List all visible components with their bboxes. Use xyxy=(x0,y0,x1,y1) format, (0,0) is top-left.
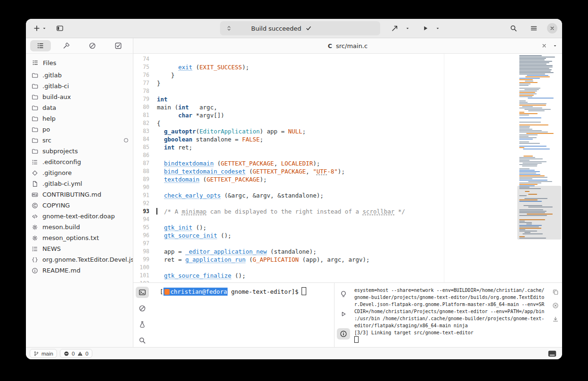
code-line[interactable]: 74 xyxy=(133,55,562,63)
prompt-suffix: gnome-text-editor]$ xyxy=(228,288,299,295)
file-tree-item[interactable]: src xyxy=(26,135,133,146)
file-tree-item[interactable]: .editorconfig xyxy=(26,157,133,167)
search-panel-button[interactable] xyxy=(136,335,149,346)
run-options-button[interactable] xyxy=(432,22,443,35)
editor-tab[interactable]: C src/main.c xyxy=(328,42,368,50)
code-line[interactable]: 93 /* A minimap can be displayed to the … xyxy=(133,207,562,215)
container-panel-button[interactable] xyxy=(136,319,149,330)
file-tree-item[interactable]: po xyxy=(26,124,133,135)
code-line[interactable]: 76 } xyxy=(133,71,562,79)
code-line[interactable]: 99 ret = g_application_run (G_APPLICATIO… xyxy=(133,256,562,264)
tab-list-button[interactable] xyxy=(553,43,557,48)
code-line[interactable]: 89 textdomain (GETTEXT_PACKAGE); xyxy=(133,175,562,183)
file-tree-item[interactable]: .gitlab-ci.yml xyxy=(26,178,133,189)
code-lines: 7475 exit (EXIT_SUCCESS);76 }77}7879int8… xyxy=(133,54,562,282)
run-button[interactable] xyxy=(419,22,432,35)
file-name: build-aux xyxy=(42,93,71,100)
file-tree-item[interactable]: subprojects xyxy=(26,146,133,157)
search-button[interactable] xyxy=(506,22,521,35)
code-line[interactable]: 98 app = _editor_application_new (standa… xyxy=(133,248,562,256)
file-tree-item[interactable]: COPYING xyxy=(26,200,133,211)
line-number: 77 xyxy=(133,79,157,87)
code-line[interactable]: 79int xyxy=(133,95,562,103)
chevron-down-icon xyxy=(435,26,440,31)
code-line[interactable]: 102 xyxy=(133,280,562,282)
line-number: 87 xyxy=(133,159,157,167)
terminal[interactable]: [christian@fedora gnome-text-editor]$ xyxy=(151,283,334,347)
run-output-panel-button[interactable] xyxy=(337,308,350,320)
hints-panel-button[interactable] xyxy=(337,289,350,300)
code-line[interactable]: 96 gtk_source_init (); xyxy=(133,232,562,240)
file-tree-item[interactable]: meson_options.txt xyxy=(26,232,133,243)
build-options-button[interactable] xyxy=(402,22,413,35)
close-tab-button[interactable] xyxy=(541,43,547,49)
file-tree-item[interactable]: CONTRIBUTING.md xyxy=(26,189,133,200)
file-tree-item[interactable]: .gitlab-ci xyxy=(26,81,133,91)
sidebar-tab-diagnostics[interactable] xyxy=(82,40,103,51)
code-line[interactable]: 82{ xyxy=(133,119,562,127)
toggle-sidebar-button[interactable] xyxy=(53,22,67,35)
omnibar-build-status[interactable]: Build succeeded xyxy=(220,21,380,35)
file-tree-item[interactable]: build-aux xyxy=(26,91,133,102)
sidebar-tab-todo[interactable] xyxy=(108,40,129,51)
code-editor[interactable]: 7475 exit (EXIT_SUCCESS);76 }77}7879int8… xyxy=(133,54,562,282)
file-tree-item[interactable]: .gitignore xyxy=(26,167,133,178)
file-tree-item[interactable]: help xyxy=(26,113,133,124)
code-line[interactable]: 92 xyxy=(133,199,562,207)
file-tree-item[interactable]: meson.build xyxy=(26,222,133,232)
code-line[interactable]: 87 bindtextdomain (GETTEXT_PACKAGE, LOCA… xyxy=(133,159,562,167)
line-number: 96 xyxy=(133,232,157,240)
code-line[interactable]: 86 xyxy=(133,151,562,159)
save-log-button[interactable] xyxy=(552,316,559,323)
code-line[interactable]: 88 bind_textdomain_codeset (GETTEXT_PACK… xyxy=(133,167,562,175)
error-badge-icon xyxy=(64,351,69,356)
code-line[interactable]: 83 g_autoptr(EditorApplication) app = NU… xyxy=(133,127,562,135)
sidebar-tab-files[interactable] xyxy=(30,40,51,51)
sidebar-tab-build[interactable] xyxy=(56,40,77,51)
file-tree-item[interactable]: .gitlab xyxy=(26,70,133,81)
minimap[interactable] xyxy=(518,55,561,282)
log-line: CDIR=/home/christian/Projects/gnome-text… xyxy=(354,308,547,315)
new-tab-button[interactable] xyxy=(30,22,50,35)
code-line[interactable]: 90 xyxy=(133,183,562,191)
code-line[interactable]: 101 gtk_source_finalize (); xyxy=(133,272,562,280)
code-line[interactable]: 84 gboolean standalone = FALSE; xyxy=(133,135,562,143)
minimap-viewport[interactable] xyxy=(517,186,561,240)
file-name: COPYING xyxy=(42,202,70,209)
code-line[interactable]: 94 xyxy=(133,215,562,224)
files-panel-header: Files xyxy=(26,57,133,69)
file-tree-item[interactable]: NEWS xyxy=(26,243,133,254)
keyboard-indicator-button[interactable] xyxy=(548,350,556,357)
circle-slash-panel-button[interactable] xyxy=(136,303,149,314)
code-line[interactable]: 77} xyxy=(133,79,562,87)
branch-name: main xyxy=(41,351,53,356)
file-tree-item[interactable]: org.gnome.TextEditor.Devel.json xyxy=(26,254,133,265)
code-line[interactable]: 95 gtk_init (); xyxy=(133,224,562,232)
code-line[interactable]: 78 xyxy=(133,87,562,95)
code-line[interactable]: 75 exit (EXIT_SUCCESS); xyxy=(133,63,562,71)
code-line[interactable]: 80main (int argc, xyxy=(133,103,562,111)
build-log[interactable]: esystem=host --share=network --env=BUILD… xyxy=(354,287,547,346)
main-menu-button[interactable] xyxy=(527,22,541,35)
build-button[interactable] xyxy=(388,22,402,35)
code-line[interactable]: 85 int ret; xyxy=(133,143,562,151)
code-line[interactable]: 100 xyxy=(133,264,562,272)
build-log-panel-button[interactable] xyxy=(337,328,350,340)
chevron-down-icon xyxy=(405,26,410,31)
terminal-panel-button[interactable] xyxy=(136,287,149,298)
editor-tab-bar: C src/main.c xyxy=(133,38,562,54)
clear-log-button[interactable] xyxy=(552,302,559,309)
check-icon xyxy=(305,25,312,32)
main-content: C src/main.c 7475 exit (EXIT_SUCCESS);76… xyxy=(133,38,562,347)
file-tree-item[interactable]: README.md xyxy=(26,265,133,276)
copy-log-button[interactable] xyxy=(552,289,559,295)
file-name: subprojects xyxy=(42,148,78,155)
file-tree-item[interactable]: data xyxy=(26,102,133,113)
diagnostics-button[interactable]: 0 0 xyxy=(60,349,92,358)
code-line[interactable]: 91 check_early_opts (&argc, &argv, &stan… xyxy=(133,191,562,199)
code-line[interactable]: 97 xyxy=(133,240,562,248)
file-tree-item[interactable]: gnome-text-editor.doap xyxy=(26,211,133,222)
close-window-button[interactable] xyxy=(547,23,557,33)
branch-button[interactable]: main xyxy=(30,349,57,358)
code-line[interactable]: 81 char *argv[]) xyxy=(133,111,562,119)
